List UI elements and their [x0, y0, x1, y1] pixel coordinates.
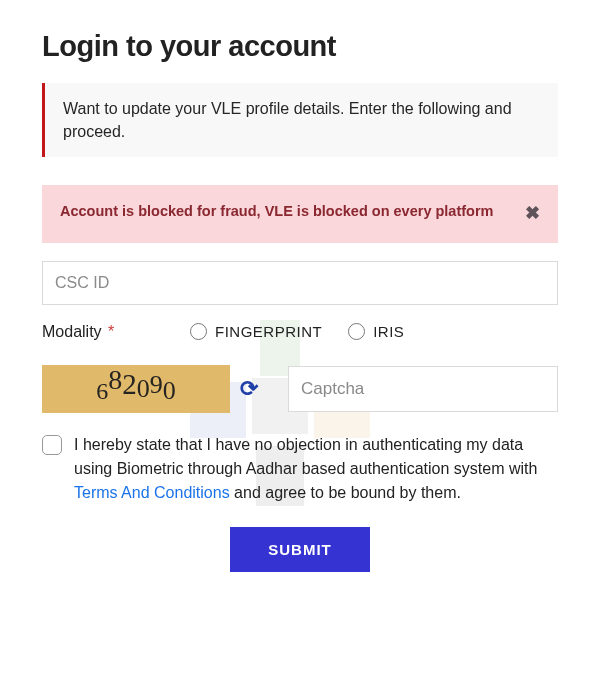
close-icon[interactable]: ✖ — [525, 201, 540, 226]
error-alert: Account is blocked for fraud, VLE is blo… — [42, 185, 558, 242]
csc-id-input[interactable] — [42, 261, 558, 305]
modality-label: Modality * — [42, 323, 162, 341]
radio-icon — [348, 323, 365, 340]
consent-row: I hereby state that I have no objection … — [42, 433, 558, 505]
modality-options: FINGERPRINT IRIS — [190, 323, 404, 340]
radio-label: FINGERPRINT — [215, 323, 322, 340]
captcha-image: 6 8 2 0 9 0 — [42, 365, 230, 413]
refresh-icon[interactable]: ⟳ — [240, 376, 258, 402]
radio-icon — [190, 323, 207, 340]
info-banner: Want to update your VLE profile details.… — [42, 83, 558, 157]
consent-checkbox[interactable] — [42, 435, 62, 455]
terms-link[interactable]: Terms And Conditions — [74, 484, 230, 501]
radio-label: IRIS — [373, 323, 404, 340]
page-title: Login to your account — [42, 30, 558, 63]
consent-text: I hereby state that I have no objection … — [74, 433, 558, 505]
required-marker: * — [108, 323, 114, 340]
submit-button[interactable]: SUBMIT — [230, 527, 370, 572]
radio-iris[interactable]: IRIS — [348, 323, 404, 340]
modality-row: Modality * FINGERPRINT IRIS — [42, 323, 558, 341]
error-text: Account is blocked for fraud, VLE is blo… — [60, 201, 493, 221]
captcha-input[interactable] — [288, 366, 558, 412]
captcha-row: 6 8 2 0 9 0 ⟳ — [42, 365, 558, 413]
radio-fingerprint[interactable]: FINGERPRINT — [190, 323, 322, 340]
